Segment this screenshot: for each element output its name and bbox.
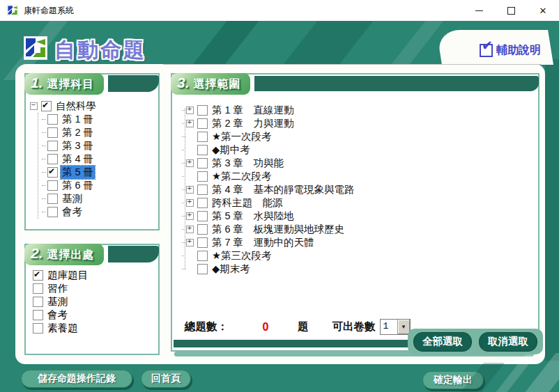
- tree-row[interactable]: 第 6 冊: [42, 179, 158, 192]
- tree-row[interactable]: 跨科主題 能源: [182, 196, 538, 210]
- tree-row[interactable]: ★第三次段考: [182, 249, 538, 262]
- expand-icon[interactable]: [186, 199, 194, 207]
- checkbox[interactable]: [197, 158, 208, 168]
- checkbox[interactable]: [33, 323, 43, 334]
- tree-label[interactable]: 第 2 冊: [61, 126, 95, 139]
- item-label[interactable]: 題庫題目: [46, 269, 89, 282]
- checkbox[interactable]: [33, 283, 43, 294]
- tree-row[interactable]: 第 5 冊: [42, 166, 158, 179]
- checkbox[interactable]: [197, 237, 208, 248]
- checkbox[interactable]: [33, 270, 43, 281]
- tree-label[interactable]: 第 1 章 直線運動: [210, 104, 296, 117]
- tree-row[interactable]: 第 1 冊: [42, 113, 158, 126]
- tree-label[interactable]: 自然科學: [54, 100, 98, 113]
- tree-row[interactable]: 第 3 章 功與能: [182, 157, 538, 170]
- expand-icon[interactable]: [186, 186, 194, 194]
- tree-row[interactable]: 基測: [42, 192, 158, 205]
- minimize-button[interactable]: [463, 0, 495, 21]
- tree-row[interactable]: 第 4 冊: [42, 152, 158, 166]
- select-all-button[interactable]: 全部選取: [413, 332, 472, 352]
- checkbox[interactable]: [197, 105, 208, 116]
- expand-icon[interactable]: [186, 212, 194, 220]
- tree-row[interactable]: ★第二次段考: [182, 170, 538, 183]
- tree-row[interactable]: 第 1 章 直線運動: [182, 104, 538, 117]
- tree-label[interactable]: ◆期中考: [210, 143, 252, 157]
- checkbox[interactable]: [197, 264, 208, 274]
- help-link[interactable]: ✔ 輔助說明: [480, 43, 541, 58]
- expand-icon[interactable]: [186, 226, 194, 233]
- tree-label[interactable]: 第 4 冊: [61, 152, 95, 166]
- confirm-output-button[interactable]: 確定輸出: [422, 371, 484, 389]
- checkbox[interactable]: [47, 167, 58, 178]
- tree-label[interactable]: 第 2 章 力與運動: [210, 117, 296, 130]
- checkbox[interactable]: [41, 101, 52, 111]
- tree-row[interactable]: 第 6 章 板塊運動與地球歷史: [182, 223, 538, 236]
- tree-row[interactable]: 第 3 冊: [42, 139, 158, 152]
- checkbox[interactable]: [197, 198, 208, 208]
- tree-row[interactable]: 第 2 章 力與運動: [182, 117, 538, 130]
- tree-label[interactable]: ◆期末考: [210, 262, 252, 276]
- expand-icon[interactable]: [186, 120, 194, 127]
- checkbox[interactable]: [197, 185, 208, 195]
- checkbox[interactable]: [197, 211, 208, 221]
- list-item[interactable]: 會考: [33, 308, 158, 322]
- tree-label[interactable]: 第 4 章 基本的靜電現象與電路: [210, 183, 356, 196]
- dropdown-arrow-icon[interactable]: ▼: [397, 320, 410, 334]
- tree-label[interactable]: 第 1 冊: [61, 113, 95, 126]
- tree-row[interactable]: 會考: [42, 205, 158, 219]
- tree-label[interactable]: 第 6 冊: [61, 179, 95, 192]
- list-item[interactable]: 習作: [33, 282, 158, 295]
- checkbox[interactable]: [197, 118, 208, 129]
- tree-label[interactable]: 第 5 冊: [61, 166, 95, 179]
- expand-icon[interactable]: [186, 239, 194, 246]
- maximize-button[interactable]: [495, 0, 527, 21]
- expand-icon[interactable]: [186, 159, 194, 167]
- tree-row[interactable]: 第 2 冊: [42, 126, 158, 139]
- tree-row-root[interactable]: 自然科學: [30, 100, 158, 113]
- tree-row[interactable]: 第 7 章 運動中的天體: [182, 236, 538, 249]
- tree-label[interactable]: 第 7 章 運動中的天體: [210, 236, 316, 249]
- tree-label[interactable]: 基測: [61, 192, 84, 205]
- list-item[interactable]: 素養題: [33, 322, 158, 335]
- save-record-button[interactable]: 儲存命題操作記錄: [21, 370, 132, 388]
- tree-row[interactable]: 第 4 章 基本的靜電現象與電路: [182, 183, 538, 196]
- checkbox[interactable]: [47, 127, 58, 138]
- checkbox[interactable]: [47, 141, 58, 151]
- tree-label[interactable]: ★第一次段考: [210, 130, 273, 143]
- list-item[interactable]: 題庫題目: [33, 269, 158, 282]
- tree-label[interactable]: 第 3 章 功與能: [210, 157, 285, 170]
- checkbox[interactable]: [197, 251, 208, 261]
- checkbox[interactable]: [197, 171, 208, 182]
- tree-row[interactable]: 第 5 章 水與陸地: [182, 210, 538, 223]
- tree-label[interactable]: ★第三次段考: [210, 249, 273, 262]
- checkbox[interactable]: [47, 194, 58, 204]
- checkbox[interactable]: [197, 224, 208, 235]
- tree-label[interactable]: 會考: [61, 205, 84, 219]
- tree-label[interactable]: 第 3 冊: [61, 139, 95, 152]
- tree-row[interactable]: ★第一次段考: [182, 130, 538, 143]
- tree-row[interactable]: ◆期中考: [182, 143, 538, 157]
- papers-count-select[interactable]: 1 ▼: [380, 319, 411, 335]
- checkbox[interactable]: [47, 154, 58, 164]
- item-label[interactable]: 習作: [46, 282, 69, 295]
- item-label[interactable]: 會考: [46, 308, 69, 322]
- checkbox[interactable]: [47, 207, 58, 217]
- item-label[interactable]: 基測: [46, 295, 69, 308]
- tree-label[interactable]: 第 6 章 板塊運動與地球歷史: [210, 223, 346, 236]
- close-button[interactable]: ✕: [527, 0, 559, 21]
- checkbox[interactable]: [33, 297, 43, 307]
- checkbox[interactable]: [47, 114, 58, 125]
- expand-icon[interactable]: [186, 107, 194, 114]
- tree-label[interactable]: ★第二次段考: [210, 170, 273, 183]
- deselect-all-button[interactable]: 取消選取: [479, 332, 537, 352]
- tree-label[interactable]: 第 5 章 水與陸地: [210, 210, 296, 223]
- checkbox[interactable]: [33, 310, 43, 320]
- checkbox[interactable]: [197, 132, 208, 142]
- tree-label[interactable]: 跨科主題 能源: [210, 196, 284, 210]
- item-label[interactable]: 素養題: [46, 322, 79, 335]
- checkbox[interactable]: [197, 145, 208, 155]
- checkbox[interactable]: [47, 180, 58, 191]
- collapse-icon[interactable]: [30, 102, 38, 110]
- tree-row[interactable]: ◆期末考: [182, 262, 538, 276]
- home-button[interactable]: 回首頁: [141, 370, 191, 388]
